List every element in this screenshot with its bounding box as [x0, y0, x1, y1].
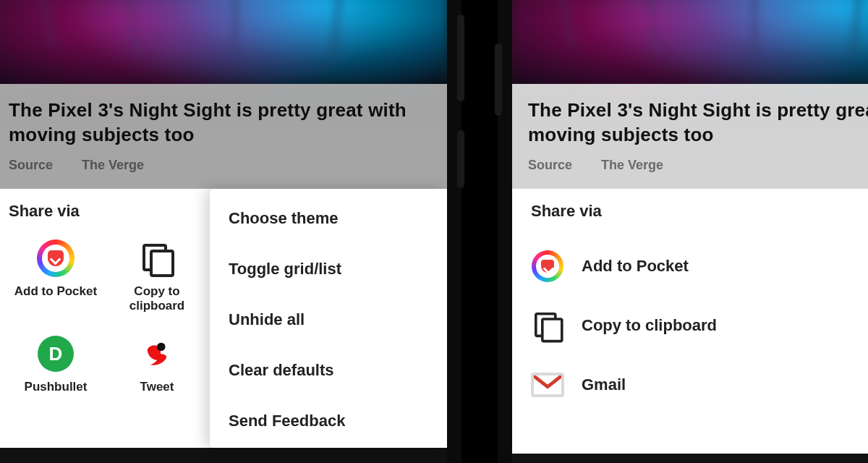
copy-icon [533, 311, 562, 340]
phone-left: The Pixel 3's Night Sight is pretty grea… [0, 0, 459, 463]
comparison-stage: The Pixel 3's Night Sight is pretty grea… [0, 0, 868, 463]
article-card: The Pixel 3's Night Sight is pretty grea… [0, 84, 447, 189]
phone-screen: The Pixel 3's Night Sight is pretty grea… [512, 0, 868, 463]
share-row-pocket[interactable]: Add to Pocket [531, 237, 868, 296]
phone-side-button [495, 43, 502, 116]
share-sheet-list: Share via Add to Pocket Copy to clipboar… [512, 189, 868, 454]
gmail-icon [531, 373, 564, 397]
share-row-clipboard[interactable]: Copy to clipboard [531, 296, 868, 355]
pocket-icon [37, 239, 75, 277]
phone-right: The Pixel 3's Night Sight is pretty grea… [501, 0, 868, 463]
share-item-label: Tweet [110, 380, 204, 394]
article-source-label: Source [9, 158, 53, 173]
article-meta: Source The Verge [528, 158, 868, 173]
share-sheet-title: Share via [531, 202, 868, 221]
pushbullet-icon: D [38, 336, 74, 372]
menu-item-send-feedback[interactable]: Send Feedback [210, 396, 447, 446]
pocket-icon [532, 250, 563, 282]
share-item-label: Copy to clipboard [110, 284, 204, 314]
share-row-label: Add to Pocket [582, 257, 689, 276]
share-row-label: Gmail [582, 375, 626, 394]
menu-item-toggle-grid-list[interactable]: Toggle grid/list [210, 244, 447, 294]
tweet-icon [140, 337, 174, 370]
overflow-menu: Choose theme Toggle grid/list Unhide all… [210, 189, 447, 448]
share-item-tweet[interactable]: Tweet [110, 334, 204, 394]
article-source-label: Source [528, 158, 572, 173]
share-item-pushbullet[interactable]: D Pushbullet [9, 334, 103, 394]
copy-icon [141, 242, 173, 274]
share-item-label: Add to Pocket [9, 284, 103, 299]
svg-point-11 [157, 343, 166, 352]
phone-side-button [457, 130, 464, 188]
phone-side-button [457, 14, 464, 101]
share-item-pocket[interactable]: Add to Pocket [9, 238, 103, 314]
article-source-name: The Verge [82, 158, 144, 173]
menu-item-clear-defaults[interactable]: Clear defaults [210, 345, 447, 396]
article-meta: Source The Verge [9, 158, 431, 173]
menu-item-choose-theme[interactable]: Choose theme [210, 193, 447, 244]
phone-screen: The Pixel 3's Night Sight is pretty grea… [0, 0, 447, 463]
article-title: The Pixel 3's Night Sight is pretty grea… [528, 98, 868, 148]
article-source-name: The Verge [601, 158, 663, 173]
share-row-gmail[interactable]: Gmail [531, 355, 868, 415]
share-row-label: Copy to clipboard [582, 316, 717, 335]
share-item-label: Pushbullet [9, 380, 103, 394]
menu-item-unhide-all[interactable]: Unhide all [210, 294, 447, 345]
share-sheet-grid: Share via Add to Pocket Copy to clipboar… [0, 189, 447, 448]
article-title: The Pixel 3's Night Sight is pretty grea… [9, 98, 431, 148]
share-item-clipboard[interactable]: Copy to clipboard [110, 238, 204, 314]
article-card: The Pixel 3's Night Sight is pretty grea… [512, 84, 868, 189]
